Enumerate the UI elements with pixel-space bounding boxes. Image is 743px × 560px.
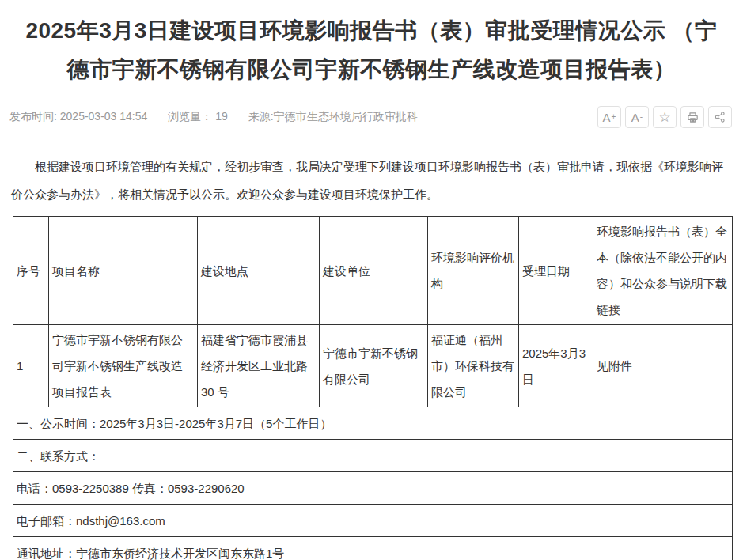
cell-location: 福建省宁德市霞浦县 经济开发区工业北路 30 号 [198, 325, 320, 407]
intro-paragraph: 根据建设项目环境管理的有关规定，经初步审查，我局决定受理下列建设项目环境影响报告… [0, 138, 743, 216]
font-increase-letter: A [603, 111, 611, 124]
header-download: 环境影响报告书（表）全本（除依法不能公开的内容）和公众参与说明下载链接 [593, 217, 733, 325]
minus-sign: - [640, 113, 643, 121]
acceptance-table: 序号 项目名称 建设地点 建设单位 环境影响评价机构 受理日期 环境影响报告书（… [13, 216, 733, 560]
favorite-button[interactable]: ☆ [653, 106, 677, 128]
cell-accept-date: 2025年3月3日 [519, 325, 593, 407]
header-company: 建设单位 [320, 217, 428, 325]
header-accept-date: 受理日期 [519, 217, 593, 325]
note-publicity-period: 一、公示时间：2025年3月3日-2025年3月7日（5个工作日） [13, 407, 733, 440]
header-project-name: 项目名称 [49, 217, 198, 325]
note-contact-heading: 二、联系方式： [13, 440, 733, 472]
article-page: 2025年3月3日建设项目环境影响报告书（表）审批受理情况公示 （宁德市宇新不锈… [0, 0, 743, 560]
note-address: 通讯地址：宁德市东侨经济技术开发区闽东东路1号 [13, 537, 733, 560]
header-index: 序号 [13, 217, 49, 325]
note-row-address: 通讯地址：宁德市东侨经济技术开发区闽东东路1号 [13, 537, 733, 560]
plus-sign: + [612, 113, 616, 121]
source: 来源:宁德市生态环境局行政审批科 [248, 110, 418, 124]
cell-index: 1 [13, 325, 49, 407]
note-row-email: 电子邮箱：ndsthj@163.com [13, 505, 733, 537]
meta-bar: 发布时间: 2025-03-03 14:54 浏览量： 19 来源:宁德市生态环… [0, 106, 743, 128]
cell-project-name: 宁德市宇新不锈钢有限公司宇新不锈钢生产线改造项目报告表 [49, 325, 198, 407]
star-icon: ☆ [658, 111, 670, 124]
font-decrease-letter: A [631, 111, 639, 124]
note-email: 电子邮箱：ndsthj@163.com [13, 505, 733, 537]
cell-company: 宁德市宇新不锈钢有限公司 [320, 325, 428, 407]
note-row-publicity-period: 一、公示时间：2025年3月3日-2025年3月7日（5个工作日） [13, 407, 733, 440]
note-phone-fax: 电话：0593-2250389 传真：0593-2290620 [13, 472, 733, 505]
share-button[interactable] [708, 106, 732, 128]
note-row-contact-heading: 二、联系方式： [13, 440, 733, 472]
meta-info: 发布时间: 2025-03-03 14:54 浏览量： 19 来源:宁德市生态环… [9, 110, 418, 124]
share-icon [714, 111, 726, 123]
table-row: 1 宁德市宇新不锈钢有限公司宇新不锈钢生产线改造项目报告表 福建省宁德市霞浦县 … [13, 325, 733, 407]
cell-agency: 福证通（福州市）环保科技有限公司 [428, 325, 519, 407]
header-location: 建设地点 [198, 217, 320, 325]
print-button[interactable] [680, 106, 704, 128]
printer-icon [686, 111, 699, 124]
header-agency: 环境影响评价机构 [428, 217, 519, 325]
view-count: 浏览量： 19 [168, 110, 227, 124]
publish-time: 发布时间: 2025-03-03 14:54 [9, 110, 147, 124]
font-increase-button[interactable]: A+ [597, 106, 621, 128]
font-decrease-button[interactable]: A- [625, 106, 649, 128]
table-header-row: 序号 项目名称 建设地点 建设单位 环境影响评价机构 受理日期 环境影响报告书（… [13, 217, 733, 325]
page-title: 2025年3月3日建设项目环境影响报告书（表）审批受理情况公示 （宁德市宇新不锈… [0, 11, 743, 89]
cell-download: 见附件 [593, 325, 733, 407]
note-row-phone-fax: 电话：0593-2250389 传真：0593-2290620 [13, 472, 733, 505]
toolbar: A+ A- ☆ [597, 106, 732, 128]
